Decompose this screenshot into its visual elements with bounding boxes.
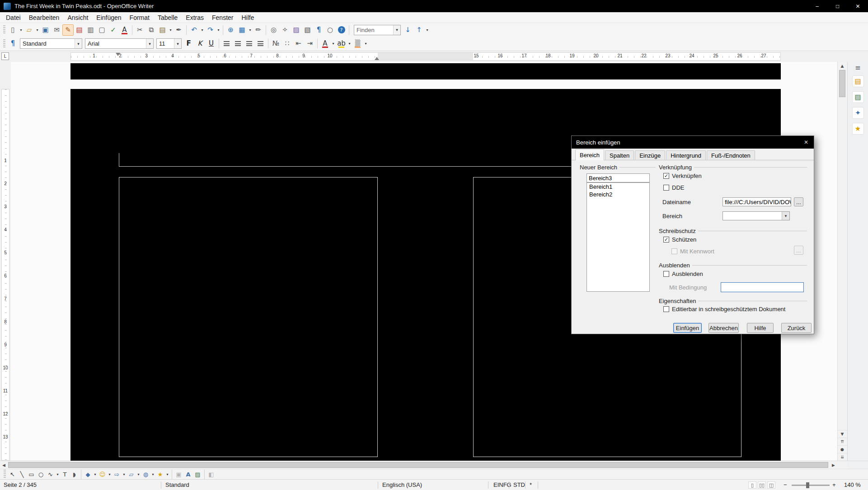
highlighting-dropdown-arrow[interactable]: ▾ xyxy=(347,38,352,49)
save-document-button[interactable]: ▣ xyxy=(40,24,51,36)
gallery-button[interactable]: ▨ xyxy=(291,24,302,36)
menu-fenster[interactable]: Fenster xyxy=(208,13,237,22)
zoom-in-button[interactable]: + xyxy=(832,481,836,488)
hyperlink-button[interactable]: ⊕ xyxy=(225,24,236,36)
document-as-email-button[interactable]: ✉ xyxy=(51,24,62,36)
symbol-shapes-button[interactable]: ☺ xyxy=(98,470,107,479)
chevron-down-icon[interactable]: ▾ xyxy=(393,25,400,35)
insert-table-button[interactable]: ▦ xyxy=(236,24,248,36)
background-color-dropdown-arrow[interactable]: ▾ xyxy=(363,38,368,49)
minimize-button[interactable]: – xyxy=(807,0,827,12)
tab-einz-ge[interactable]: Einzüge xyxy=(635,150,665,160)
find-next-button[interactable]: ↓ xyxy=(402,24,413,36)
text-frame-left[interactable] xyxy=(119,177,378,457)
horizontal-scroll-thumb[interactable] xyxy=(8,462,828,468)
chevron-down-icon[interactable]: ▾ xyxy=(782,212,789,220)
open-folder-dropdown-arrow[interactable]: ▾ xyxy=(35,24,40,36)
new-document-button[interactable]: ▯ xyxy=(7,24,19,36)
zoom-button[interactable]: ○ xyxy=(324,24,336,36)
toolbar-grip[interactable] xyxy=(3,39,5,48)
vertical-scroll-thumb[interactable] xyxy=(839,70,845,97)
text-box-button[interactable]: T xyxy=(60,470,70,479)
sidebar-gallery-icon[interactable]: ▨ xyxy=(852,91,864,103)
stars-dropdown-arrow[interactable]: ▾ xyxy=(165,469,170,480)
toolbar-grip[interactable] xyxy=(4,470,6,479)
page-preview-button[interactable]: ▢ xyxy=(96,24,108,36)
single-page-view-button[interactable]: ▯ xyxy=(748,481,756,489)
format-paintbrush-button[interactable]: ✒ xyxy=(173,24,184,36)
italic-button[interactable]: K xyxy=(194,38,206,49)
align-right-button[interactable] xyxy=(244,38,255,49)
nonprinting-characters-button[interactable]: ¶ xyxy=(313,24,324,36)
sidebar-styles-icon[interactable]: ★ xyxy=(852,123,864,135)
paste-button[interactable]: ▤ xyxy=(157,24,168,36)
menu-ansicht[interactable]: Ansicht xyxy=(63,13,92,22)
dde-checkbox[interactable]: DDE xyxy=(663,184,684,191)
increase-indent-button[interactable]: ⇥ xyxy=(304,38,315,49)
basic-shapes-dropdown-arrow[interactable]: ▾ xyxy=(93,469,98,480)
editable-checkbox[interactable]: Editierbar in schreibgeschütztem Dokumen… xyxy=(663,306,785,313)
section-list-item[interactable]: Bereich1 xyxy=(587,183,649,191)
zoom-slider-thumb[interactable] xyxy=(806,482,809,488)
auto-spellcheck-button[interactable]: A xyxy=(119,24,130,36)
copy-button[interactable]: ⧉ xyxy=(145,24,157,36)
filename-field[interactable]: file:///C:/Users/DIVID/DOWN xyxy=(723,197,791,206)
navigator-button[interactable]: ✧ xyxy=(279,24,291,36)
font-color-dropdown-arrow[interactable]: ▾ xyxy=(331,38,336,49)
scroll-down-button[interactable]: ▼ xyxy=(838,430,847,438)
flowcharts-dropdown-arrow[interactable]: ▾ xyxy=(136,469,141,480)
scroll-right-button[interactable]: ▶ xyxy=(830,461,837,469)
selection-mode-indicator[interactable]: STD xyxy=(513,481,525,488)
menu-hilfe[interactable]: Hilfe xyxy=(237,13,258,22)
section-list-item[interactable]: Bereich2 xyxy=(587,191,649,198)
page-style-indicator[interactable]: Standard xyxy=(165,481,189,488)
paste-dropdown-arrow[interactable]: ▾ xyxy=(168,24,173,36)
link-checkbox[interactable]: ✓Verknüpfen xyxy=(663,173,702,179)
numbered-list-button[interactable]: № xyxy=(270,38,282,49)
new-document-dropdown-arrow[interactable]: ▾ xyxy=(19,24,23,36)
freeform-line-button[interactable]: ∿ xyxy=(46,470,55,479)
tab-spalten[interactable]: Spalten xyxy=(605,150,634,160)
underline-button[interactable]: U xyxy=(206,38,217,49)
block-arrows-button[interactable]: ⇨ xyxy=(112,470,122,479)
back-button[interactable]: Zurück xyxy=(781,323,812,333)
ellipse-button[interactable]: ○ xyxy=(36,470,46,479)
align-center-button[interactable] xyxy=(232,38,244,49)
section-dropdown[interactable]: ▾ xyxy=(723,211,790,220)
zoom-slider[interactable] xyxy=(792,485,830,486)
tab-selector[interactable]: L xyxy=(1,52,9,60)
dialog-close-button[interactable]: ✕ xyxy=(798,136,814,149)
bold-button[interactable]: F xyxy=(183,38,194,49)
insert-button[interactable]: Einfügen xyxy=(673,323,702,333)
callout-shapes-dropdown-arrow[interactable]: ▾ xyxy=(150,469,155,480)
redo-dropdown-arrow[interactable]: ▾ xyxy=(216,24,221,36)
horizontal-scrollbar[interactable]: ◀ ▶ xyxy=(0,461,847,469)
find-combobox[interactable]: Finden ▾ xyxy=(354,25,401,35)
scroll-up-button[interactable]: ▲ xyxy=(838,62,847,70)
spellcheck-button[interactable]: ✓ xyxy=(108,24,119,36)
vertical-ruler[interactable]: 12345678910111213 xyxy=(0,62,11,461)
menu-format[interactable]: Format xyxy=(126,13,154,22)
maximize-button[interactable]: □ xyxy=(827,0,848,12)
menu-datei[interactable]: Datei xyxy=(2,13,25,22)
callout-shapes-button[interactable]: ◍ xyxy=(141,470,150,479)
basic-shapes-button[interactable]: ◆ xyxy=(83,470,93,479)
undo-button[interactable]: ↶ xyxy=(188,24,200,36)
sidebar-menu-icon[interactable]: ≡ xyxy=(852,64,864,71)
zoom-level[interactable]: 140 % xyxy=(844,481,861,488)
paragraph-style-combo[interactable]: Standard ▾ xyxy=(20,38,82,49)
cancel-button[interactable]: Abbrechen xyxy=(708,323,739,333)
tab-hintergrund[interactable]: Hintergrund xyxy=(666,150,706,160)
section-list[interactable]: Bereich1Bereich2 xyxy=(586,182,650,292)
draw-functions-button[interactable]: ✏ xyxy=(253,24,264,36)
help-button[interactable]: ? xyxy=(336,24,347,36)
tab-bereich[interactable]: Bereich xyxy=(575,149,604,160)
book-view-button[interactable]: ◫ xyxy=(767,481,775,489)
print-file-button[interactable]: ▥ xyxy=(85,24,96,36)
freeform-line-dropdown-arrow[interactable]: ▾ xyxy=(55,469,60,480)
bullet-list-button[interactable]: ∷ xyxy=(282,38,293,49)
font-color-button[interactable]: A xyxy=(319,38,331,49)
menu-extras[interactable]: Extras xyxy=(182,13,208,22)
export-pdf-button[interactable]: ▤ xyxy=(74,24,85,36)
redo-button[interactable]: ↷ xyxy=(205,24,216,36)
